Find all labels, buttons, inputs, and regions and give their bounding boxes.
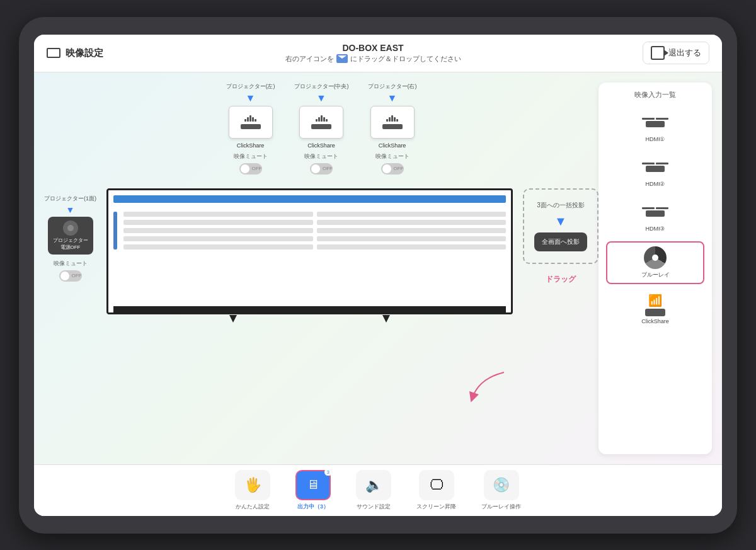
nav-bluray[interactable]: 💿 ブルーレイ操作 — [481, 470, 521, 511]
input-hdmi1[interactable]: HDMI① — [606, 107, 704, 147]
bluray-label: ブルーレイ — [641, 271, 670, 279]
toggle-1[interactable]: OFF — [310, 163, 333, 175]
clickshare-device-icon: 📶 — [639, 294, 671, 316]
projectors-row: プロジェクター(左) ▼ — [44, 83, 598, 175]
hdmi1-icon — [639, 112, 671, 134]
page-title: 映像設定 — [66, 47, 103, 59]
header-center: DO-BOX EAST 右のアイコンを にドラッグ＆ドロップしてください — [285, 43, 461, 64]
projector-label-0: プロジェクター(左) — [226, 83, 275, 91]
header-left: 映像設定 — [47, 47, 103, 59]
full-screen-btn[interactable]: 全画面へ投影 — [534, 232, 587, 251]
nav-output-icon-bg: 🖥 3 — [295, 470, 331, 500]
hdmi1-label: HDMI① — [646, 136, 665, 142]
clickshare-icon-1 — [311, 115, 331, 129]
right-panel: 映像入力一覧 HDMI① — [598, 83, 712, 454]
header-subtitle: 右のアイコンを にドラッグ＆ドロップしてください — [285, 54, 461, 64]
nav-output-label: 出力中（3） — [297, 503, 329, 511]
hand-icon: 🖐 — [244, 477, 261, 493]
device-name-2: ClickShare — [379, 142, 406, 149]
screen-area — [106, 188, 513, 314]
arrow-down-2: ▼ — [387, 93, 398, 103]
right-panel-title: 映像入力一覧 — [606, 90, 704, 100]
tablet-screen: 映像設定 DO-BOX EAST 右のアイコンを にドラッグ＆ドロップしてくださ… — [34, 35, 722, 516]
projector-item-center: プロジェクター(中央) ▼ — [294, 83, 349, 175]
screen-bottom-bar — [113, 306, 506, 312]
drag-arrow-svg — [466, 366, 517, 404]
camera-icon — [63, 221, 78, 236]
nav-bluray-icon-bg: 💿 — [484, 470, 519, 500]
bulk-label: 3面への一括投影 — [537, 201, 585, 210]
projector-label-1: プロジェクター(中央) — [294, 83, 349, 91]
exit-button[interactable]: 退出する — [643, 42, 709, 64]
mute-row-2: 映像ミュート — [375, 152, 410, 161]
mute-row-1: 映像ミュート — [304, 152, 338, 161]
nav-easy-label: かんたん設定 — [236, 503, 270, 511]
clickshare-label: ClickShare — [641, 318, 669, 324]
nav-sound[interactable]: 🔈 サウンド設定 — [356, 470, 391, 511]
left-panel: プロジェクター(左) ▼ — [44, 83, 598, 454]
projector-item-right: プロジェクター(右) ▼ — [368, 83, 417, 175]
nav-output-badge: 3 — [324, 469, 332, 476]
input-clickshare[interactable]: 📶 ClickShare — [606, 289, 704, 329]
bluray-icon — [639, 246, 671, 269]
screen-leg-left — [229, 315, 237, 323]
bulk-arrow: ▼ — [554, 215, 567, 227]
nav-sound-label: サウンド設定 — [357, 503, 391, 511]
sound-icon: 🔈 — [365, 477, 382, 493]
input-hdmi2[interactable]: HDMI② — [606, 152, 704, 192]
device-box-1[interactable] — [299, 106, 343, 139]
exit-label: 退出する — [668, 47, 701, 59]
projector-1men-name: プロジェクター電源OFF — [53, 237, 88, 251]
projector-1men-label: プロジェクター(1面) — [44, 195, 96, 203]
hdmi2-icon — [639, 156, 671, 179]
screen-columns — [108, 207, 511, 255]
projector-label-2: プロジェクター(右) — [368, 83, 417, 91]
right-side-area: 3面への一括投影 ▼ 全画面へ投影 ドラッグ — [523, 188, 598, 285]
toggle-1men[interactable]: OFF — [59, 270, 82, 282]
screen-leg-right — [382, 315, 390, 323]
toggle-0[interactable]: OFF — [239, 163, 262, 175]
header: 映像設定 DO-BOX EAST 右のアイコンを にドラッグ＆ドロップしてくださ… — [34, 35, 722, 72]
mute-row-0: 映像ミュート — [234, 152, 268, 161]
screen-display — [106, 188, 513, 314]
device-name-1: ClickShare — [307, 142, 335, 149]
nav-screen-label: スクリーン昇降 — [416, 503, 456, 511]
exit-icon — [651, 46, 665, 60]
toggle-2[interactable]: OFF — [381, 163, 404, 175]
bulk-projection: 3面への一括投影 ▼ 全画面へ投影 — [523, 188, 598, 264]
nav-sound-icon-bg: 🔈 — [356, 470, 391, 500]
projector-1men: プロジェクター(1面) ▼ プロジェクター電源OFF 映像ミュート OFF — [44, 195, 96, 282]
disc-icon: 💿 — [493, 477, 510, 493]
clickshare-icon-0 — [241, 115, 261, 129]
screen-top-bar — [113, 195, 506, 203]
projector-item-left: プロジェクター(左) ▼ — [226, 83, 275, 175]
app-title: DO-BOX EAST — [285, 43, 461, 53]
device-name-0: ClickShare — [237, 142, 265, 149]
tablet-frame: 映像設定 DO-BOX EAST 右のアイコンを にドラッグ＆ドロップしてくださ… — [19, 17, 737, 534]
bottom-nav: 🖐 かんたん設定 🖥 3 出力中（3） 🔈 サウンド設定 🖵 — [34, 464, 722, 516]
nav-output[interactable]: 🖥 3 出力中（3） — [295, 470, 331, 511]
drag-label: ドラッグ — [546, 274, 576, 285]
nav-easy-icon-bg: 🖐 — [235, 470, 270, 500]
device-box-0[interactable] — [229, 106, 273, 139]
monitor-icon: 🖥 — [307, 478, 319, 492]
clickshare-icon-2 — [382, 115, 403, 129]
device-box-2[interactable] — [370, 106, 415, 139]
nav-screen-icon-bg: 🖵 — [419, 470, 454, 500]
hdmi3-icon — [639, 201, 671, 224]
hdmi2-label: HDMI② — [646, 181, 665, 187]
mute-label-1men: 映像ミュート — [54, 260, 88, 268]
projector-1men-box[interactable]: プロジェクター電源OFF — [48, 217, 93, 255]
input-hdmi3[interactable]: HDMI③ — [606, 197, 704, 236]
arrow-down-1: ▼ — [316, 93, 326, 103]
mail-icon — [336, 54, 348, 63]
nav-screen[interactable]: 🖵 スクリーン昇降 — [416, 470, 456, 511]
nav-bluray-label: ブルーレイ操作 — [481, 503, 521, 511]
center-area: プロジェクター(1面) ▼ プロジェクター電源OFF 映像ミュート OFF — [44, 182, 598, 454]
header-right: 退出する — [643, 42, 709, 64]
nav-easy-setup[interactable]: 🖐 かんたん設定 — [235, 470, 270, 511]
input-bluray[interactable]: ブルーレイ — [606, 241, 704, 284]
main-content: プロジェクター(左) ▼ — [34, 72, 722, 464]
screen-icon — [47, 48, 60, 58]
arrow-1men: ▼ — [66, 205, 75, 214]
